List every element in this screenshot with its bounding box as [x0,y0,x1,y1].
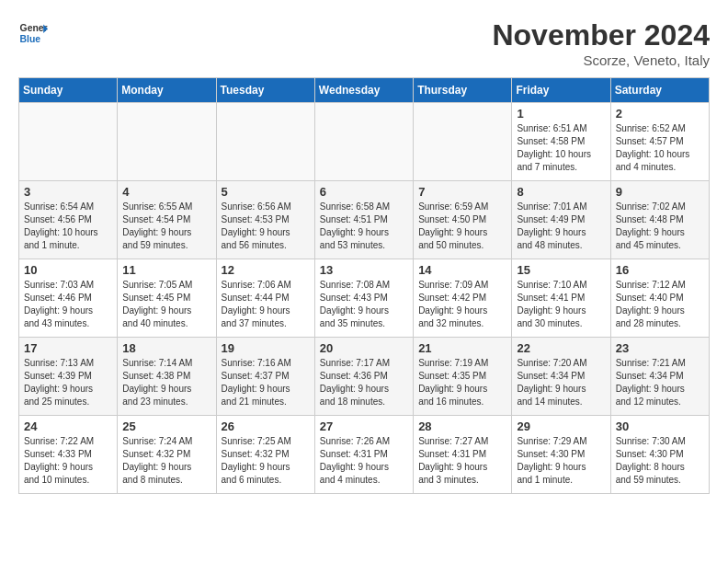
month-year: November 2024 [492,18,710,52]
day-number: 11 [122,263,210,277]
calendar-week-row: 1Sunrise: 6:51 AM Sunset: 4:58 PM Daylig… [19,103,710,181]
calendar-day-cell: 3Sunrise: 6:54 AM Sunset: 4:56 PM Daylig… [19,181,118,259]
day-info: Sunrise: 6:55 AM Sunset: 4:54 PM Dayligh… [122,201,210,252]
calendar-day-cell: 18Sunrise: 7:14 AM Sunset: 4:38 PM Dayli… [118,338,216,416]
day-info: Sunrise: 7:03 AM Sunset: 4:46 PM Dayligh… [24,279,112,330]
day-info: Sunrise: 6:56 AM Sunset: 4:53 PM Dayligh… [222,201,310,252]
day-info: Sunrise: 7:24 AM Sunset: 4:32 PM Dayligh… [122,435,210,487]
calendar-day-cell: 4Sunrise: 6:55 AM Sunset: 4:54 PM Daylig… [118,181,216,259]
day-number: 17 [24,341,112,355]
calendar-day-cell: 8Sunrise: 7:01 AM Sunset: 4:49 PM Daylig… [512,181,610,259]
day-number: 1 [517,107,605,121]
weekday-header: Sunday [19,78,118,103]
calendar-week-row: 17Sunrise: 7:13 AM Sunset: 4:39 PM Dayli… [19,338,710,416]
day-info: Sunrise: 7:02 AM Sunset: 4:48 PM Dayligh… [616,201,704,252]
day-info: Sunrise: 6:54 AM Sunset: 4:56 PM Dayligh… [24,201,112,252]
day-number: 16 [616,263,704,277]
calendar-day-cell: 2Sunrise: 6:52 AM Sunset: 4:57 PM Daylig… [610,103,709,181]
day-number: 8 [517,185,605,199]
calendar-day-cell: 5Sunrise: 6:56 AM Sunset: 4:53 PM Daylig… [216,181,314,259]
calendar-day-cell: 7Sunrise: 6:59 AM Sunset: 4:50 PM Daylig… [414,181,512,259]
calendar-table: SundayMondayTuesdayWednesdayThursdayFrid… [18,77,710,494]
day-info: Sunrise: 7:05 AM Sunset: 4:45 PM Dayligh… [122,279,210,330]
day-number: 3 [24,185,112,199]
calendar-day-cell: 16Sunrise: 7:12 AM Sunset: 4:40 PM Dayli… [610,259,709,338]
location: Scorze, Veneto, Italy [492,52,710,68]
weekday-header: Wednesday [314,78,413,103]
calendar-day-cell [314,103,413,181]
day-info: Sunrise: 6:52 AM Sunset: 4:57 PM Dayligh… [616,122,704,174]
logo-icon: General Blue [18,18,48,48]
day-info: Sunrise: 7:21 AM Sunset: 4:34 PM Dayligh… [616,357,704,408]
calendar-day-cell: 10Sunrise: 7:03 AM Sunset: 4:46 PM Dayli… [19,259,118,338]
calendar-week-row: 10Sunrise: 7:03 AM Sunset: 4:46 PM Dayli… [19,259,710,338]
day-info: Sunrise: 7:16 AM Sunset: 4:37 PM Dayligh… [222,357,310,408]
day-number: 10 [24,263,112,277]
day-number: 4 [122,185,210,199]
day-number: 23 [616,341,704,355]
weekday-header: Saturday [610,78,709,103]
day-info: Sunrise: 7:09 AM Sunset: 4:42 PM Dayligh… [418,279,506,330]
day-info: Sunrise: 6:58 AM Sunset: 4:51 PM Dayligh… [320,201,408,252]
logo: General Blue [18,18,48,48]
day-info: Sunrise: 7:10 AM Sunset: 4:41 PM Dayligh… [517,279,605,330]
day-number: 30 [616,419,704,433]
day-info: Sunrise: 7:20 AM Sunset: 4:34 PM Dayligh… [517,357,605,408]
calendar-day-cell: 24Sunrise: 7:22 AM Sunset: 4:33 PM Dayli… [19,416,118,494]
day-info: Sunrise: 7:01 AM Sunset: 4:49 PM Dayligh… [517,201,605,252]
day-number: 20 [320,341,408,355]
day-number: 5 [222,185,310,199]
day-number: 28 [418,419,506,433]
calendar-day-cell: 17Sunrise: 7:13 AM Sunset: 4:39 PM Dayli… [19,338,118,416]
day-info: Sunrise: 7:08 AM Sunset: 4:43 PM Dayligh… [320,279,408,330]
weekday-header: Monday [118,78,216,103]
day-number: 26 [222,419,310,433]
calendar-day-cell [19,103,118,181]
day-number: 15 [517,263,605,277]
calendar-day-cell: 9Sunrise: 7:02 AM Sunset: 4:48 PM Daylig… [610,181,709,259]
day-info: Sunrise: 7:26 AM Sunset: 4:31 PM Dayligh… [320,435,408,487]
calendar-header: SundayMondayTuesdayWednesdayThursdayFrid… [19,78,710,103]
day-number: 12 [222,263,310,277]
day-number: 7 [418,185,506,199]
calendar-day-cell: 19Sunrise: 7:16 AM Sunset: 4:37 PM Dayli… [216,338,314,416]
day-info: Sunrise: 7:30 AM Sunset: 4:30 PM Dayligh… [616,435,704,487]
calendar-day-cell: 26Sunrise: 7:25 AM Sunset: 4:32 PM Dayli… [216,416,314,494]
day-number: 27 [320,419,408,433]
day-number: 22 [517,341,605,355]
day-number: 24 [24,419,112,433]
calendar-day-cell [414,103,512,181]
calendar-day-cell: 22Sunrise: 7:20 AM Sunset: 4:34 PM Dayli… [512,338,610,416]
day-info: Sunrise: 7:14 AM Sunset: 4:38 PM Dayligh… [122,357,210,408]
day-number: 9 [616,185,704,199]
day-number: 18 [122,341,210,355]
day-info: Sunrise: 7:22 AM Sunset: 4:33 PM Dayligh… [24,435,112,487]
day-info: Sunrise: 7:19 AM Sunset: 4:35 PM Dayligh… [418,357,506,408]
calendar-day-cell: 6Sunrise: 6:58 AM Sunset: 4:51 PM Daylig… [314,181,413,259]
weekday-header: Thursday [414,78,512,103]
calendar-day-cell: 23Sunrise: 7:21 AM Sunset: 4:34 PM Dayli… [610,338,709,416]
day-number: 21 [418,341,506,355]
day-info: Sunrise: 7:25 AM Sunset: 4:32 PM Dayligh… [222,435,310,487]
day-number: 29 [517,419,605,433]
calendar-day-cell: 27Sunrise: 7:26 AM Sunset: 4:31 PM Dayli… [314,416,413,494]
calendar-week-row: 3Sunrise: 6:54 AM Sunset: 4:56 PM Daylig… [19,181,710,259]
calendar-day-cell [118,103,216,181]
calendar-day-cell: 20Sunrise: 7:17 AM Sunset: 4:36 PM Dayli… [314,338,413,416]
calendar-day-cell: 28Sunrise: 7:27 AM Sunset: 4:31 PM Dayli… [414,416,512,494]
day-number: 19 [222,341,310,355]
day-info: Sunrise: 7:13 AM Sunset: 4:39 PM Dayligh… [24,357,112,408]
calendar-day-cell: 13Sunrise: 7:08 AM Sunset: 4:43 PM Dayli… [314,259,413,338]
calendar-week-row: 24Sunrise: 7:22 AM Sunset: 4:33 PM Dayli… [19,416,710,494]
calendar-day-cell: 29Sunrise: 7:29 AM Sunset: 4:30 PM Dayli… [512,416,610,494]
day-info: Sunrise: 7:06 AM Sunset: 4:44 PM Dayligh… [222,279,310,330]
day-number: 13 [320,263,408,277]
svg-text:Blue: Blue [20,34,41,44]
calendar-body: 1Sunrise: 6:51 AM Sunset: 4:58 PM Daylig… [19,103,710,494]
page-header: General Blue November 2024 Scorze, Venet… [18,18,710,68]
day-info: Sunrise: 7:27 AM Sunset: 4:31 PM Dayligh… [418,435,506,487]
day-number: 2 [616,107,704,121]
calendar-day-cell: 30Sunrise: 7:30 AM Sunset: 4:30 PM Dayli… [610,416,709,494]
day-info: Sunrise: 7:12 AM Sunset: 4:40 PM Dayligh… [616,279,704,330]
title-block: November 2024 Scorze, Veneto, Italy [492,18,710,68]
